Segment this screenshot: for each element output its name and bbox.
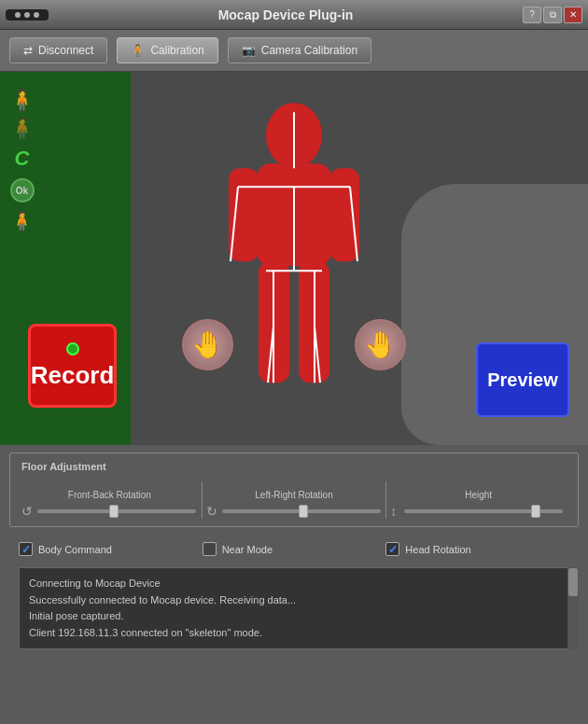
front-back-label: Front-Back Rotation [68, 490, 151, 500]
head-rotation-item: ✓ Head Rotation [385, 542, 569, 556]
preview-label: Preview [487, 369, 558, 391]
head-rotation-check: ✓ [388, 543, 398, 556]
height-group: Height ↕ [390, 490, 567, 519]
front-back-rotation-group: Front-Back Rotation ↺ [21, 490, 198, 519]
log-line-3: Initial pose captured. [29, 608, 550, 625]
log-container: Connecting to Mocap Device Successfully … [9, 567, 579, 649]
log-panel: Connecting to Mocap Device Successfully … [19, 567, 569, 649]
restore-button[interactable]: ⧉ [543, 7, 562, 23]
record-label: Record [31, 361, 115, 390]
c-icon: C [15, 146, 30, 171]
head-rotation-label: Head Rotation [405, 544, 470, 555]
toolbar: ⇄ Disconnect 🧍 Calibration 📷 Camera Cali… [0, 30, 588, 72]
height-track[interactable] [404, 509, 563, 513]
log-scrollbar-thumb[interactable] [568, 568, 578, 596]
help-button[interactable]: ? [523, 7, 541, 23]
human-figure [210, 93, 378, 411]
near-mode-checkbox[interactable] [203, 542, 217, 556]
window-controls: ? ⧉ ✕ [523, 7, 582, 23]
body-command-item: ✓ Body Command [19, 542, 203, 556]
calibration-icon: 🧍 [131, 44, 145, 57]
height-label: Height [465, 490, 492, 500]
left-right-thumb[interactable] [299, 505, 308, 518]
slider-divider-1 [202, 481, 203, 519]
calibration-button[interactable]: 🧍 Calibration [117, 37, 217, 63]
body-command-label: Body Command [38, 544, 112, 555]
close-button[interactable]: ✕ [564, 7, 582, 23]
hand-left-icon: 🤚 [182, 319, 233, 370]
window-title: Mocap Device Plug-in [49, 7, 523, 22]
rotation-icon-left: ↺ [21, 504, 33, 519]
head-rotation-checkbox[interactable]: ✓ [385, 542, 399, 556]
viewport: 🧍 🧍 C Ok 🧍 Record [0, 72, 588, 445]
ok-icon: Ok [10, 178, 35, 202]
sidebar-icons: 🧍 🧍 C Ok 🧍 [9, 90, 35, 232]
height-thumb[interactable] [531, 505, 540, 518]
svg-rect-2 [229, 168, 259, 261]
camera-icon: 📷 [242, 44, 256, 57]
near-mode-item: Near Mode [203, 542, 386, 556]
sliders-row: Front-Back Rotation ↺ Left-Right Rotatio… [21, 481, 567, 519]
preview-button[interactable]: Preview [476, 342, 569, 417]
figure-icon-green: 🧍 [10, 210, 34, 232]
left-right-track[interactable] [222, 509, 381, 513]
disconnect-icon: ⇄ [23, 44, 33, 57]
height-icon: ↕ [390, 504, 397, 519]
front-back-track[interactable] [37, 509, 196, 513]
app-logo [6, 9, 49, 21]
left-right-rotation-group: Left-Right Rotation ↻ [206, 490, 383, 519]
disconnect-label: Disconnect [38, 44, 93, 57]
log-line-1: Connecting to Mocap Device [29, 576, 550, 592]
front-back-thumb[interactable] [109, 505, 119, 518]
title-bar: Mocap Device Plug-in ? ⧉ ✕ [0, 0, 588, 30]
hand-right-icon: 🤚 [355, 319, 406, 370]
floor-adjustment-panel: Floor Adjustment Front-Back Rotation ↺ L… [9, 452, 579, 527]
record-button[interactable]: Record [28, 324, 117, 408]
floor-panel-title: Floor Adjustment [21, 461, 567, 472]
record-dot [66, 342, 79, 355]
disconnect-button[interactable]: ⇄ Disconnect [9, 37, 107, 63]
rotation-icon-2: ↻ [206, 504, 217, 519]
camera-calibration-button[interactable]: 📷 Camera Calibration [228, 37, 371, 63]
figure-icon-1: 🧍 [9, 90, 35, 111]
calibration-label: Calibration [150, 44, 203, 57]
left-right-label: Left-Right Rotation [255, 490, 332, 500]
log-scrollbar[interactable] [567, 567, 579, 649]
log-line-4: Client 192.168.11.3 connected on "skelet… [29, 625, 550, 642]
slider-divider-2 [385, 481, 386, 519]
body-command-check: ✓ [21, 543, 31, 556]
svg-rect-3 [329, 168, 359, 261]
camera-calibration-label: Camera Calibration [261, 44, 357, 57]
body-command-checkbox[interactable]: ✓ [19, 542, 33, 556]
figure-icon-2: 🧍 [9, 118, 35, 139]
near-mode-label: Near Mode [222, 544, 273, 555]
log-line-2: Successfully connected to Mocap device. … [29, 592, 550, 609]
checkboxes-row: ✓ Body Command Near Mode ✓ Head Rotation [0, 535, 588, 564]
